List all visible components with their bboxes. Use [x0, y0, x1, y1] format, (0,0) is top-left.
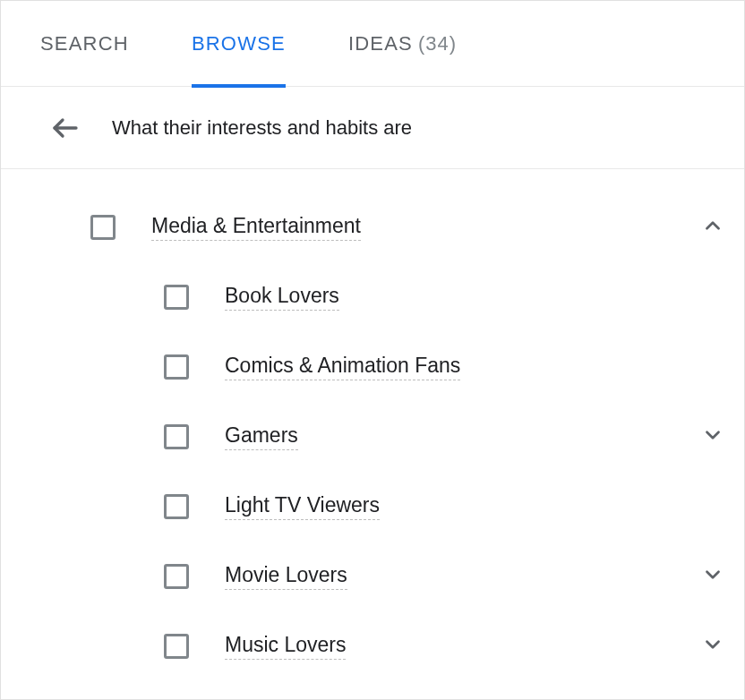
expand-toggle[interactable] — [681, 563, 744, 590]
chevron-down-icon — [701, 423, 724, 450]
category-label: Music Lovers — [225, 633, 346, 660]
category-row-comics-animation-fans: Comics & Animation Fans — [1, 332, 744, 402]
checkbox-music-lovers[interactable] — [164, 634, 189, 659]
category-label: Gamers — [225, 423, 298, 450]
breadcrumb-title: What their interests and habits are — [112, 116, 412, 140]
back-arrow-icon[interactable] — [49, 112, 81, 144]
category-list: Media & Entertainment Book Lovers Comics… — [1, 169, 744, 699]
collapse-toggle[interactable] — [681, 214, 744, 241]
category-label: Comics & Animation Fans — [225, 354, 460, 380]
checkbox-media-entertainment[interactable] — [90, 215, 116, 240]
category-row-media-entertainment: Media & Entertainment — [1, 192, 744, 262]
tab-ideas[interactable]: IDEAS (34) — [348, 1, 457, 87]
checkbox-movie-lovers[interactable] — [164, 564, 189, 589]
checkbox-comics-animation-fans[interactable] — [164, 354, 189, 380]
category-row-movie-lovers: Movie Lovers — [1, 542, 744, 611]
category-row-music-lovers: Music Lovers — [1, 611, 744, 681]
expand-toggle[interactable] — [681, 633, 744, 660]
chevron-up-icon — [701, 214, 724, 241]
category-label: Media & Entertainment — [151, 214, 361, 241]
tab-search[interactable]: SEARCH — [40, 1, 129, 87]
checkbox-light-tv-viewers[interactable] — [164, 494, 189, 519]
category-row-light-tv-viewers: Light TV Viewers — [1, 472, 744, 542]
breadcrumb: What their interests and habits are — [1, 87, 744, 169]
category-label: Book Lovers — [225, 284, 339, 311]
tab-ideas-label: IDEAS — [348, 32, 413, 55]
chevron-down-icon — [701, 563, 724, 590]
category-row-book-lovers: Book Lovers — [1, 262, 744, 332]
chevron-down-icon — [701, 633, 724, 660]
category-row-gamers: Gamers — [1, 402, 744, 472]
tab-ideas-count: (34) — [418, 32, 457, 55]
tab-browse[interactable]: BROWSE — [192, 1, 286, 87]
checkbox-book-lovers[interactable] — [164, 285, 189, 310]
category-label: Movie Lovers — [225, 563, 347, 590]
checkbox-gamers[interactable] — [164, 424, 189, 449]
audience-picker-panel: SEARCH BROWSE IDEAS (34) What their inte… — [0, 0, 745, 700]
expand-toggle[interactable] — [681, 423, 744, 450]
tab-bar: SEARCH BROWSE IDEAS (34) — [1, 1, 744, 87]
category-label: Light TV Viewers — [225, 493, 380, 520]
